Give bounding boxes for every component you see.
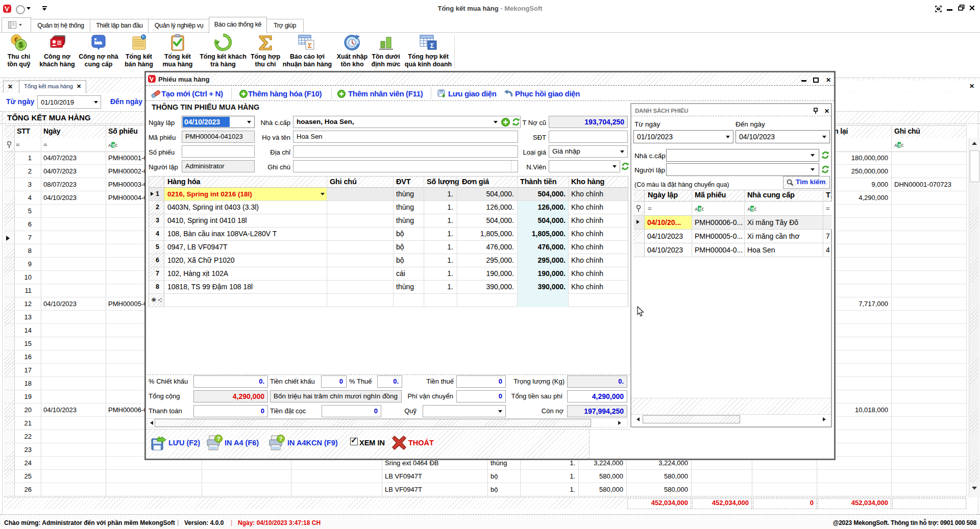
svg-text:A: A bbox=[108, 143, 111, 148]
svg-text:C: C bbox=[702, 207, 704, 212]
svg-text:A: A bbox=[695, 207, 698, 212]
svg-text:C: C bbox=[754, 207, 757, 212]
svg-text:Σ: Σ bbox=[430, 42, 434, 49]
svg-text:C: C bbox=[901, 143, 904, 148]
svg-text:A: A bbox=[894, 143, 897, 148]
svg-text:$: $ bbox=[19, 41, 23, 49]
svg-text:Σ: Σ bbox=[308, 42, 312, 49]
svg-text:?: ? bbox=[217, 436, 220, 442]
svg-text:A: A bbox=[747, 207, 750, 212]
svg-text:C: C bbox=[115, 143, 118, 148]
svg-text:?: ? bbox=[279, 436, 283, 442]
